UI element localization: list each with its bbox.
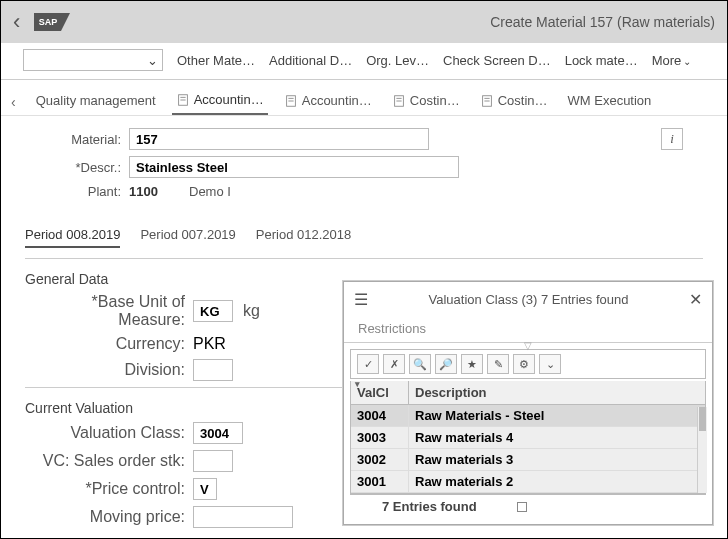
table-row[interactable]: 3004 Raw Materials - Steel xyxy=(351,405,705,427)
period-tab-2[interactable]: Period 012.2018 xyxy=(256,223,351,248)
toolbar-other-material[interactable]: Other Mate… xyxy=(177,53,255,68)
popup-separator: ▽ xyxy=(344,342,712,349)
back-button[interactable]: ‹ xyxy=(13,9,20,35)
close-icon[interactable]: ✕ xyxy=(689,290,702,309)
col-description[interactable]: Description xyxy=(409,381,705,404)
table-header: ▾ValCl Description xyxy=(351,381,705,405)
period-tab-1[interactable]: Period 007.2019 xyxy=(140,223,235,248)
buom-label: *Base Unit of Measure: xyxy=(25,293,185,329)
sap-logo: SAP xyxy=(34,13,70,31)
action-toolbar: ⌄ Other Mate… Additional D… Org. Lev… Ch… xyxy=(1,43,727,80)
document-icon xyxy=(284,94,298,108)
plant-text: Demo I xyxy=(179,184,231,199)
table-row[interactable]: 3003 Raw materials 4 xyxy=(351,427,705,449)
tab-scroll-left[interactable]: ‹ xyxy=(11,94,20,110)
buom-input[interactable] xyxy=(193,300,233,322)
scrollbar[interactable] xyxy=(697,407,707,493)
chevron-down-icon: ⌄ xyxy=(683,56,691,67)
footer-marker-icon xyxy=(517,502,527,512)
moving-price-label: Moving price: xyxy=(25,508,185,526)
material-input[interactable] xyxy=(129,128,429,150)
tab-accounting-1[interactable]: Accountin… xyxy=(172,88,268,115)
period-tabs: Period 008.2019 Period 007.2019 Period 0… xyxy=(1,213,727,252)
plant-label: Plant: xyxy=(25,184,121,199)
personal-list-icon[interactable]: ✎ xyxy=(487,354,509,374)
search-icon[interactable]: 🔍 xyxy=(409,354,431,374)
app-header: ‹ SAP Create Material 157 (Raw materials… xyxy=(1,1,727,43)
popup-table: ▾ValCl Description 3004 Raw Materials - … xyxy=(350,381,706,494)
scrollbar-thumb[interactable] xyxy=(699,407,706,431)
search-next-icon[interactable]: 🔎 xyxy=(435,354,457,374)
popup-footer: 7 Entries found xyxy=(350,494,706,520)
material-header-form: i Material: *Descr.: Plant: 1100 Demo I xyxy=(1,116,727,213)
toolbar-org-levels[interactable]: Org. Lev… xyxy=(366,53,429,68)
currency-label: Currency: xyxy=(25,335,185,353)
popup-title: Valuation Class (3) 7 Entries found xyxy=(376,292,681,307)
tab-accounting-2[interactable]: Accountin… xyxy=(280,89,376,114)
division-label: Division: xyxy=(25,361,185,379)
menu-icon[interactable]: ☰ xyxy=(354,290,368,309)
plant-value: 1100 xyxy=(129,184,179,199)
valuation-class-label: Valuation Class: xyxy=(25,424,185,442)
popup-toolbar: ✓ ✗ 🔍 🔎 ★ ✎ ⚙ ⌄ xyxy=(350,349,706,379)
table-row[interactable]: 3001 Raw materials 2 xyxy=(351,471,705,493)
vc-sales-order-stk-input[interactable] xyxy=(193,450,233,472)
settings-icon[interactable]: ⚙ xyxy=(513,354,535,374)
tab-quality-management[interactable]: Quality management xyxy=(32,89,160,114)
tab-costing-1[interactable]: Costin… xyxy=(388,89,464,114)
accept-icon[interactable]: ✓ xyxy=(357,354,379,374)
view-tab-strip: ‹ Quality management Accountin… Accounti… xyxy=(1,80,727,116)
toolbar-lock-material[interactable]: Lock mate… xyxy=(565,53,638,68)
document-icon xyxy=(392,94,406,108)
toolbar-dropdown[interactable]: ⌄ xyxy=(23,49,163,71)
currency-value: PKR xyxy=(193,335,226,353)
price-control-label: *Price control: xyxy=(25,480,185,498)
page-title: Create Material 157 (Raw materials) xyxy=(490,14,715,30)
popup-footer-text: 7 Entries found xyxy=(382,499,477,514)
division-input[interactable] xyxy=(193,359,233,381)
toolbar-additional-data[interactable]: Additional D… xyxy=(269,53,352,68)
valuation-class-value-help: ☰ Valuation Class (3) 7 Entries found ✕ … xyxy=(343,281,713,525)
sort-desc-icon: ▾ xyxy=(355,379,360,389)
col-valcl[interactable]: ▾ValCl xyxy=(351,381,409,404)
info-button[interactable]: i xyxy=(661,128,683,150)
buom-text: kg xyxy=(233,302,260,320)
tab-wm-execution[interactable]: WM Execution xyxy=(564,89,656,114)
description-label: *Descr.: xyxy=(25,160,121,175)
material-label: Material: xyxy=(25,132,121,147)
moving-price-input[interactable] xyxy=(193,506,293,528)
cancel-icon[interactable]: ✗ xyxy=(383,354,405,374)
vc-sales-order-stk-label: VC: Sales order stk: xyxy=(25,452,185,470)
document-icon xyxy=(176,93,190,107)
toolbar-more[interactable]: More⌄ xyxy=(652,53,692,68)
favorite-icon[interactable]: ★ xyxy=(461,354,483,374)
document-icon xyxy=(480,94,494,108)
price-control-input[interactable] xyxy=(193,478,217,500)
expand-icon[interactable]: ⌄ xyxy=(539,354,561,374)
table-row[interactable]: 3002 Raw materials 3 xyxy=(351,449,705,471)
valuation-class-input[interactable] xyxy=(193,422,243,444)
description-input[interactable] xyxy=(129,156,459,178)
period-tab-0[interactable]: Period 008.2019 xyxy=(25,223,120,248)
toolbar-check-screen-data[interactable]: Check Screen D… xyxy=(443,53,551,68)
popup-restrictions-label: Restrictions xyxy=(344,317,712,342)
chevron-down-icon: ⌄ xyxy=(147,53,158,68)
svg-text:SAP: SAP xyxy=(39,17,58,27)
tab-costing-2[interactable]: Costin… xyxy=(476,89,552,114)
